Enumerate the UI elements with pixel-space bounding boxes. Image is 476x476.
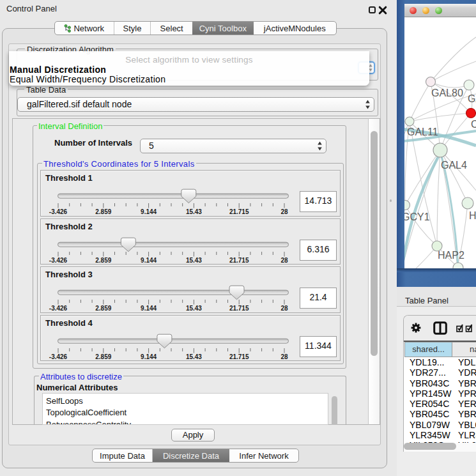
svg-text:GAL11: GAL11 bbox=[407, 127, 438, 137]
svg-text:9.144: 9.144 bbox=[141, 208, 157, 215]
svg-text:28: 28 bbox=[280, 208, 288, 215]
svg-text:9.144: 9.144 bbox=[141, 256, 157, 263]
svg-text:2.859: 2.859 bbox=[95, 256, 111, 263]
svg-text:9.144: 9.144 bbox=[141, 305, 157, 312]
svg-text:2.859: 2.859 bbox=[95, 208, 111, 215]
svg-text:28: 28 bbox=[280, 353, 288, 360]
svg-text:21.715: 21.715 bbox=[229, 305, 249, 312]
svg-text:GA: GA bbox=[468, 93, 476, 104]
svg-text:-3.426: -3.426 bbox=[49, 305, 68, 312]
svg-text:21.715: 21.715 bbox=[229, 256, 249, 263]
svg-text:21.715: 21.715 bbox=[229, 353, 249, 360]
svg-text:-3.426: -3.426 bbox=[49, 353, 68, 360]
svg-text:2.859: 2.859 bbox=[95, 305, 111, 312]
svg-text:9.144: 9.144 bbox=[141, 353, 157, 360]
svg-text:15.43: 15.43 bbox=[186, 208, 202, 215]
svg-text:2.859: 2.859 bbox=[95, 353, 111, 360]
svg-text:28: 28 bbox=[280, 305, 288, 312]
svg-text:-3.426: -3.426 bbox=[49, 256, 68, 263]
svg-text:21.715: 21.715 bbox=[229, 208, 249, 215]
svg-text:GCY1: GCY1 bbox=[404, 211, 430, 222]
svg-text:15.43: 15.43 bbox=[186, 353, 202, 360]
svg-text:GAL80: GAL80 bbox=[431, 88, 463, 98]
svg-text:GAL4: GAL4 bbox=[441, 160, 467, 171]
svg-text:HAP2: HAP2 bbox=[438, 250, 464, 261]
svg-text:-3.426: -3.426 bbox=[49, 208, 68, 215]
svg-text:15.43: 15.43 bbox=[186, 305, 202, 312]
svg-text:28: 28 bbox=[280, 256, 288, 263]
svg-text:15.43: 15.43 bbox=[186, 256, 202, 263]
svg-text:H: H bbox=[469, 210, 476, 221]
svg-text:C: C bbox=[471, 119, 476, 130]
